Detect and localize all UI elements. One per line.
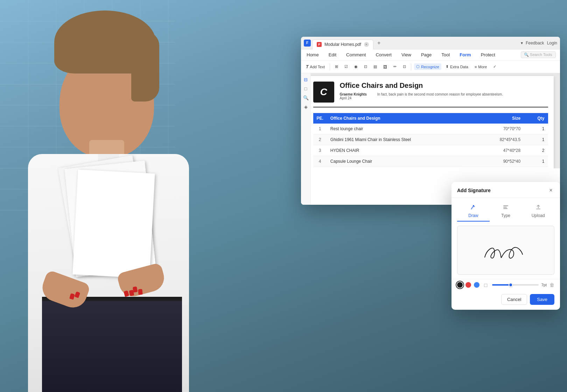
eraser-icon[interactable]: ◻: [484, 282, 488, 288]
table-row: 4 Capsule Lounge Chair 90*52*40 1: [313, 156, 548, 167]
add-text-button[interactable]: T Add Text: [304, 63, 327, 70]
sidebar-icon-bookmark[interactable]: ⊟: [302, 76, 309, 83]
tab-bar: F P Modular Homes.pdf × + ▾ Feedback Log…: [301, 37, 560, 49]
sig-tab-type[interactable]: Type: [490, 201, 522, 222]
menu-comment[interactable]: Comment: [345, 51, 367, 58]
paper-front: [72, 169, 155, 278]
cell-qty: 1: [524, 167, 548, 169]
menu-home[interactable]: Home: [305, 51, 320, 58]
menu-tool[interactable]: Tool: [440, 51, 451, 58]
color-blue[interactable]: [474, 282, 479, 288]
pen-size-slider[interactable]: [492, 284, 539, 286]
cell-num: 2: [313, 134, 327, 145]
toolbar-btn-stamp[interactable]: ⊡: [401, 63, 408, 70]
dialog-actions: Cancel Save: [451, 290, 560, 310]
tab-close-button[interactable]: ×: [364, 42, 369, 47]
toolbar-btn-list[interactable]: ▤: [371, 63, 379, 70]
menu-edit[interactable]: Edit: [327, 51, 338, 58]
toolbar-btn-check[interactable]: ☑: [342, 63, 350, 70]
col-qty: Qty: [524, 113, 548, 124]
upload-tab-label: Upload: [532, 213, 545, 218]
menu-form[interactable]: Form: [458, 51, 472, 58]
dialog-title: Add Signature: [457, 188, 491, 193]
cell-size: 82*45*43.5: [476, 134, 524, 145]
svg-rect-3: [503, 208, 507, 209]
toolbar-btn-grid[interactable]: ⊞: [333, 63, 340, 70]
toolbar-btn-combo[interactable]: ⊡: [362, 63, 369, 70]
clear-signature-button[interactable]: 🗑: [550, 282, 554, 288]
table-header: PE. Office Chairs and Design Size Qty: [313, 113, 548, 124]
pdf-window: F P Modular Homes.pdf × + ▾ Feedback Log…: [301, 37, 560, 205]
color-black[interactable]: [457, 282, 463, 288]
menu-protect[interactable]: Protect: [479, 51, 497, 58]
sig-tab-draw[interactable]: Draw: [457, 201, 490, 222]
document-header: C Office Chairs and Design Graeme Knight…: [313, 82, 548, 107]
sidebar-icon-search[interactable]: 🔍: [302, 94, 309, 101]
cell-size: 79*75*76: [476, 167, 524, 169]
app-icon: F: [304, 40, 311, 47]
svg-rect-1: [503, 205, 508, 206]
table-row: 2 Ghidini 1961 Miami Chair in Stainless …: [313, 134, 548, 145]
svg-point-0: [473, 205, 474, 206]
recognize-button[interactable]: ⬡ Recognize: [414, 63, 441, 70]
table-row: 1 Rest lounge chair 70*70*70 1: [313, 124, 548, 134]
cell-num: 5: [313, 167, 327, 169]
dialog-close-button[interactable]: ×: [547, 187, 554, 194]
cell-name: ...chairs: [327, 167, 477, 169]
save-button[interactable]: Save: [530, 294, 554, 305]
recognize-icon: ⬡: [416, 64, 420, 69]
menu-page[interactable]: Page: [420, 51, 433, 58]
menu-bar: Home Edit Comment Convert View Page Tool…: [301, 49, 560, 61]
signature-drawing: [464, 229, 548, 271]
cancel-button[interactable]: Cancel: [501, 294, 527, 305]
cell-num: 4: [313, 156, 327, 167]
upload-icon: [535, 204, 541, 212]
pen-size-label: 7pt: [541, 283, 547, 287]
toolbar-btn-radio[interactable]: ◉: [352, 63, 360, 70]
sidebar-icon-pages[interactable]: □: [302, 85, 309, 92]
toolbar: T Add Text ⊞ ☑ ◉ ⊡ ▤ 🖼 ✏ ⊡ ⬡ Recognize ⬆…: [301, 61, 560, 73]
col-pe: PE.: [313, 113, 327, 124]
active-tab[interactable]: P Modular Homes.pdf ×: [312, 40, 373, 49]
document-title-area: Office Chairs and Design Graeme Knights …: [340, 82, 548, 100]
cell-qty: 1: [524, 134, 548, 145]
menu-view[interactable]: View: [400, 51, 413, 58]
more-button[interactable]: ≡ More: [472, 64, 489, 70]
table-row: 5 ...chairs 79*75*76 1: [313, 167, 548, 169]
meta-subtitle: In fact, back pain is the second most co…: [377, 92, 503, 100]
feedback-link[interactable]: Feedback: [526, 41, 544, 46]
left-sidebar: ⊟ □ 🔍 ◈: [301, 73, 311, 205]
type-tab-label: Type: [501, 213, 510, 218]
cell-qty: 2: [524, 145, 548, 156]
sidebar-icon-layers[interactable]: ◈: [302, 103, 309, 110]
toolbar-btn-img[interactable]: 🖼: [381, 64, 389, 70]
document-meta: Graeme Knights April 24 In fact, back pa…: [340, 92, 548, 100]
signature-controls: ◻ 7pt 🗑: [451, 279, 560, 290]
tab-filename: Modular Homes.pdf: [324, 42, 361, 47]
person-pants: [42, 301, 182, 392]
toolbar-btn-sig[interactable]: ✏: [391, 63, 399, 70]
document-main-title: Office Chairs and Design: [340, 82, 548, 90]
extra-data-button[interactable]: ⬆ Extra Data: [443, 63, 470, 70]
login-link[interactable]: Login: [547, 41, 557, 46]
toolbar-check-mark[interactable]: ✓: [491, 63, 498, 70]
cell-name: HYDEN CHAIR: [327, 145, 477, 156]
toolbar-sep-1: [330, 63, 330, 70]
signature-canvas[interactable]: [457, 226, 554, 275]
search-tools-input[interactable]: 🔍 Search Tools: [521, 51, 556, 58]
cell-qty: 1: [524, 156, 548, 167]
tab-controls: ▾ Feedback Login: [521, 41, 557, 46]
company-logo: C: [313, 82, 334, 103]
sig-tab-upload[interactable]: Upload: [522, 201, 554, 222]
color-red[interactable]: [465, 282, 471, 288]
dialog-header: Add Signature ×: [451, 182, 560, 198]
cell-name: Rest lounge chair: [327, 124, 477, 134]
dropdown-arrow[interactable]: ▾: [521, 41, 523, 46]
signature-tabs: Draw Type Upload: [451, 198, 560, 222]
toolbar-sep-2: [411, 63, 411, 70]
new-tab-button[interactable]: +: [375, 39, 383, 47]
menu-convert[interactable]: Convert: [374, 51, 393, 58]
signature-dialog: Add Signature × Draw: [451, 182, 560, 310]
person-hair: [54, 10, 156, 74]
cell-size: 90*52*40: [476, 156, 524, 167]
